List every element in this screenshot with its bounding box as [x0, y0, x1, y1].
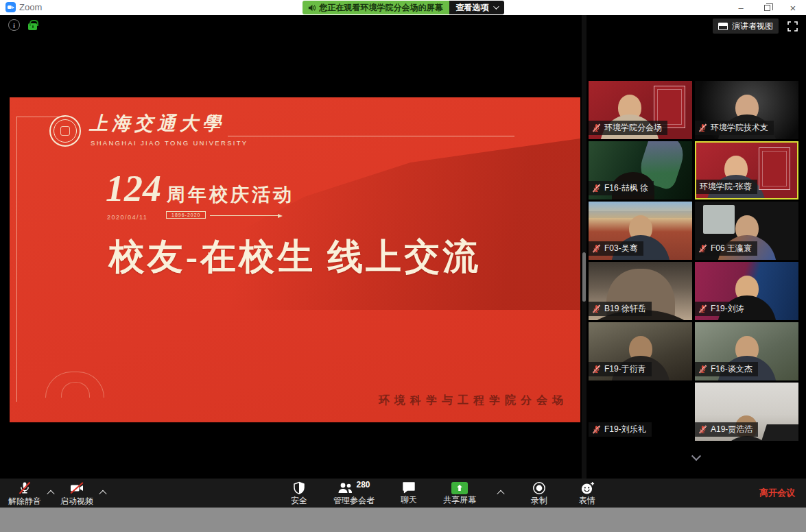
desktop-background-strip	[0, 507, 806, 532]
chat-icon	[402, 481, 416, 494]
participants-icon	[337, 481, 354, 494]
participant-grid: 环境学院分会场 环境学院技术支	[589, 81, 799, 441]
participant-name-label: F19-刘乐礼	[589, 422, 652, 437]
leave-meeting-button[interactable]: 离开会议	[759, 487, 795, 499]
camera-muted-icon	[69, 481, 85, 496]
manage-participants-button[interactable]: 280 管理参会者	[331, 481, 377, 505]
participant-name: A19-贾浩浩	[711, 424, 752, 435]
start-video-button[interactable]: 启动视频	[58, 481, 96, 506]
participant-tile[interactable]: F03-吴骞	[589, 202, 692, 260]
record-icon	[532, 481, 546, 495]
anniversary-suffix: 周年校庆活动	[167, 184, 294, 205]
participant-tile[interactable]: F19-于衍青	[589, 322, 692, 380]
sjtu-seal-logo	[49, 115, 81, 147]
mic-muted-icon	[592, 184, 601, 193]
participant-tile[interactable]: F16-喆枫 徐	[589, 141, 692, 200]
screen-watch-banner: 您正在观看环境学院分会场的屏幕	[303, 1, 449, 14]
screen-watch-banner-group: 您正在观看环境学院分会场的屏幕 查看选项	[303, 1, 504, 14]
mic-muted-icon	[698, 123, 707, 132]
participant-tile[interactable]: A19-贾浩浩	[695, 383, 798, 441]
participants-sidebar: 演讲者视图 环境学院分会场	[586, 15, 806, 479]
participant-name-label: B19 徐轩岳	[589, 302, 652, 316]
speaker-view-button[interactable]: 演讲者视图	[713, 19, 779, 34]
zoom-logo: Zoom	[5, 2, 42, 12]
anniversary-arrow-line	[210, 215, 278, 216]
mic-options-caret[interactable]	[44, 479, 58, 507]
meeting-toolbar: 解除静音 启动视频 安全	[0, 479, 806, 507]
speaker-view-icon	[718, 23, 728, 30]
chat-button[interactable]: 聊天	[392, 481, 425, 505]
reactions-button[interactable]: 表情	[571, 481, 604, 505]
security-button[interactable]: 安全	[283, 481, 316, 505]
mic-muted-icon	[592, 365, 601, 374]
video-options-caret[interactable]	[96, 479, 110, 507]
restore-button[interactable]	[754, 0, 780, 15]
scrollbar-thumb[interactable]	[582, 252, 586, 302]
university-name-cn: 上海交通大學	[89, 111, 225, 136]
participant-name: F19-于衍青	[604, 363, 646, 375]
participant-name: F06 王瀛寰	[711, 243, 752, 254]
participant-tile[interactable]: 环境学院-张蓉	[695, 141, 798, 200]
title-bar: Zoom 您正在观看环境学院分会场的屏幕 查看选项 – ×	[0, 0, 806, 15]
zoom-window: Zoom 您正在观看环境学院分会场的屏幕 查看选项 – × i	[0, 0, 806, 532]
gate-outline-decoration	[45, 372, 104, 398]
smiley-plus-icon	[580, 481, 595, 495]
lock-icon[interactable]	[28, 23, 37, 30]
slide-footer-text: 环境科学与工程学院分会场	[379, 394, 568, 408]
participant-tile[interactable]: F19-刘涛	[695, 262, 798, 320]
participant-name: F16-喆枫 徐	[604, 182, 648, 194]
restore-icon	[764, 5, 770, 11]
mic-muted-icon	[592, 244, 601, 253]
participant-name: F19-刘涛	[711, 303, 744, 315]
record-button[interactable]: 录制	[523, 481, 556, 505]
participant-tile[interactable]: F06 王瀛寰	[695, 202, 798, 260]
window-controls: – ×	[728, 0, 806, 15]
anniversary-number: 124	[106, 168, 161, 209]
mic-muted-icon	[698, 304, 707, 313]
banner-text: 您正在观看环境学院分会场的屏幕	[320, 2, 443, 14]
chevron-up-icon	[497, 490, 504, 498]
more-participants-button[interactable]	[687, 452, 705, 463]
shield-icon	[292, 481, 306, 495]
info-icon[interactable]: i	[8, 19, 20, 31]
participant-name-label: F03-吴骞	[589, 241, 643, 256]
fullscreen-icon	[787, 21, 798, 32]
presentation-slide: 上海交通大學 SHANGHAI JIAO TONG UNIVERSITY 124…	[10, 97, 580, 422]
participant-name: F16-谈文杰	[711, 363, 752, 375]
participant-name-label: F19-于衍青	[589, 362, 652, 376]
unmute-button[interactable]: 解除静音	[5, 481, 44, 506]
zoom-camera-icon	[5, 2, 16, 12]
participant-name-label: 环境学院技术支	[695, 121, 774, 135]
participant-name: F03-吴骞	[604, 243, 638, 254]
share-screen-button[interactable]: 共享屏幕	[440, 482, 479, 505]
roof-silhouette-decoration	[226, 138, 580, 310]
participant-name-label: F16-谈文杰	[695, 362, 758, 376]
slide-main-title: 校友-在校生 线上交流	[10, 233, 580, 281]
mic-muted-icon	[592, 425, 601, 434]
participant-tile[interactable]: B19 徐轩岳	[589, 262, 692, 320]
silhouette-torso	[718, 436, 777, 441]
anniversary-heading: 124周年校庆活动	[106, 167, 294, 210]
participant-name-label: F19-刘涛	[695, 302, 750, 316]
minimize-button[interactable]: –	[728, 0, 754, 15]
participant-name-label: 环境学院分会场	[589, 121, 667, 135]
share-options-caret[interactable]	[494, 479, 508, 507]
view-options-button[interactable]: 查看选项	[449, 1, 504, 14]
participant-tile[interactable]: 环境学院分会场	[589, 81, 692, 139]
participant-name: F19-刘乐礼	[604, 424, 646, 435]
fullscreen-button[interactable]	[785, 19, 800, 34]
participant-tile[interactable]: F16-谈文杰	[695, 322, 798, 380]
mic-muted-icon	[698, 425, 707, 434]
participant-tile[interactable]: 环境学院技术支	[695, 81, 798, 139]
chevron-up-icon	[99, 490, 106, 498]
participant-name-label: F16-喆枫 徐	[589, 181, 654, 195]
anniversary-date: 2020/04/11	[107, 214, 147, 221]
chevron-up-icon	[47, 490, 54, 498]
chevron-down-icon	[493, 3, 499, 9]
participant-name: 环境学院技术支	[711, 122, 768, 134]
mic-muted-icon	[592, 304, 601, 313]
toolbar-center-group: 安全 280 管理参会者 聊天	[283, 479, 604, 507]
participant-tile[interactable]: F19-刘乐礼	[589, 383, 692, 441]
participant-name: 环境学院分会场	[604, 122, 662, 134]
close-button[interactable]: ×	[780, 0, 806, 15]
